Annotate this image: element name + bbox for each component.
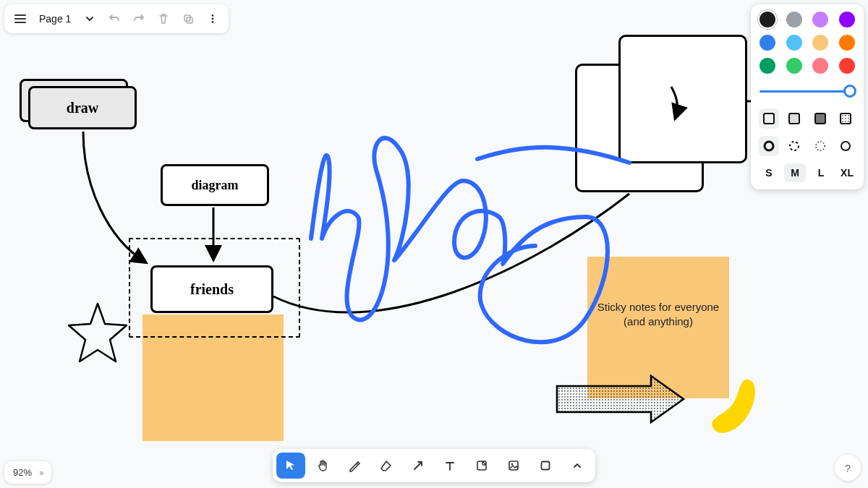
box-friends[interactable]: friends — [150, 265, 273, 313]
size-l[interactable]: L — [810, 163, 832, 182]
tool-more[interactable] — [563, 453, 592, 479]
dash-draw[interactable] — [759, 136, 779, 156]
color-light-purple[interactable] — [812, 12, 828, 27]
undo-button[interactable] — [103, 7, 126, 30]
fill-solid[interactable] — [810, 108, 830, 129]
color-green[interactable] — [760, 58, 775, 74]
box-draw[interactable]: draw — [28, 86, 137, 129]
page-dropdown-button[interactable] — [78, 7, 101, 30]
fill-style-grid — [758, 108, 856, 129]
opacity-slider[interactable] — [758, 84, 856, 98]
svg-rect-7 — [789, 114, 799, 124]
svg-rect-2 — [187, 17, 192, 23]
box-diagram[interactable]: diagram — [161, 164, 269, 206]
dash-solid[interactable] — [835, 136, 856, 156]
canvas[interactable]: Sticky notes for everyone (and anything)… — [0, 0, 868, 488]
svg-point-10 — [765, 142, 773, 150]
size-m[interactable]: M — [784, 163, 806, 182]
size-xl[interactable]: XL — [836, 163, 858, 182]
size-s[interactable]: S — [758, 163, 780, 182]
svg-point-3 — [212, 14, 214, 17]
tool-hand[interactable] — [308, 453, 337, 479]
color-orange[interactable] — [839, 35, 855, 51]
sticky-note[interactable]: Sticky notes for everyone (and anything) — [587, 257, 729, 398]
tool-text[interactable] — [435, 453, 464, 479]
svg-point-12 — [816, 142, 825, 150]
box-friends-label: friends — [190, 281, 234, 298]
svg-rect-6 — [764, 114, 774, 124]
dash-dashed[interactable] — [784, 136, 804, 156]
svg-point-13 — [841, 142, 850, 150]
svg-rect-1 — [184, 15, 190, 21]
size-row: S M L XL — [758, 163, 856, 182]
color-light-blue[interactable] — [786, 35, 802, 51]
bottom-toolbar — [273, 449, 595, 482]
fill-pattern[interactable] — [835, 108, 856, 129]
color-grey[interactable] — [786, 12, 802, 27]
top-toolbar: Page 1 — [4, 4, 229, 33]
fill-semi[interactable] — [784, 108, 804, 129]
color-red[interactable] — [839, 58, 855, 74]
dash-dotted[interactable] — [810, 136, 830, 156]
tool-eraser[interactable] — [372, 453, 401, 479]
color-purple[interactable] — [839, 12, 855, 27]
tool-select[interactable] — [276, 453, 305, 479]
svg-rect-15 — [509, 461, 518, 470]
tool-image[interactable] — [499, 453, 528, 479]
sticky-note-text: Sticky notes for everyone (and anything) — [595, 300, 722, 328]
svg-point-11 — [790, 142, 799, 150]
menu-button[interactable] — [9, 7, 32, 30]
color-light-green[interactable] — [786, 58, 802, 74]
fill-none[interactable] — [759, 108, 779, 129]
zoom-control[interactable]: 92% ›› — [4, 461, 51, 484]
svg-rect-14 — [477, 461, 486, 470]
color-pink[interactable] — [812, 58, 828, 74]
zoom-expand-icon: ›› — [39, 467, 43, 478]
style-panel: S M L XL — [751, 4, 864, 189]
svg-point-5 — [212, 21, 214, 23]
duplicate-button[interactable] — [176, 7, 200, 30]
svg-rect-9 — [841, 114, 851, 124]
svg-rect-17 — [542, 462, 550, 470]
box-draw-label: draw — [67, 100, 98, 116]
redo-button[interactable] — [127, 7, 150, 30]
tool-draw[interactable] — [340, 453, 369, 479]
trash-button[interactable] — [152, 7, 175, 30]
color-grid — [758, 12, 856, 74]
color-blue[interactable] — [760, 35, 775, 51]
color-tan[interactable] — [812, 35, 828, 51]
dash-style-grid — [758, 136, 856, 156]
page-name[interactable]: Page 1 — [33, 13, 77, 25]
zoom-level: 92% — [13, 467, 32, 478]
help-button[interactable]: ? — [835, 455, 861, 481]
color-black[interactable] — [760, 12, 775, 27]
tool-arrow[interactable] — [404, 453, 433, 479]
card-front[interactable] — [618, 35, 747, 163]
svg-point-16 — [511, 463, 514, 466]
box-diagram-label: diagram — [192, 178, 239, 193]
svg-rect-8 — [815, 114, 825, 124]
help-label: ? — [845, 462, 851, 474]
tool-shape[interactable] — [531, 453, 560, 479]
more-button[interactable] — [201, 7, 224, 30]
tool-note[interactable] — [467, 453, 496, 479]
svg-point-4 — [212, 18, 214, 20]
